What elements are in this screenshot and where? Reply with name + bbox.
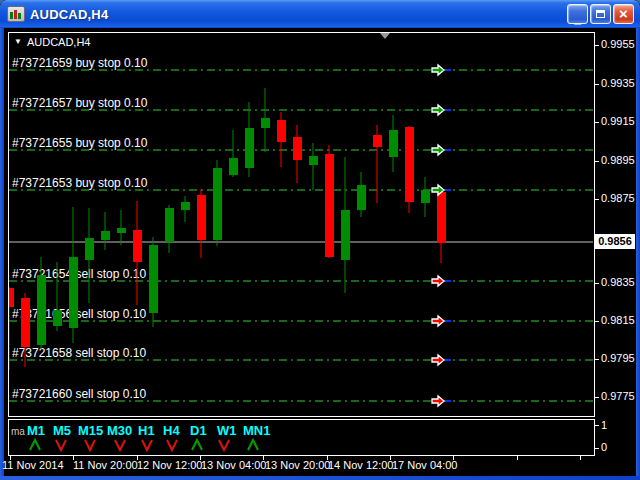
minimize-icon: _: [574, 16, 581, 22]
candle-body: [229, 158, 238, 175]
price-axis-label: 0.9835: [601, 276, 635, 289]
trend-down-icon: [85, 440, 95, 450]
order-marker-buy-icon: [432, 105, 444, 115]
candle-body: [197, 195, 206, 240]
maximize-icon: [596, 10, 605, 18]
time-axis-label: 17 Nov 04:00: [392, 459, 457, 471]
candle-body: [149, 245, 158, 313]
indicator-panel[interactable]: [8, 419, 595, 456]
axis-tick: [10, 456, 11, 460]
candle-body: [373, 135, 382, 147]
candle-body: [133, 230, 142, 262]
minimize-button[interactable]: _: [567, 4, 588, 24]
indicator-arrows: [9, 420, 594, 455]
price-axis-label: 0.9915: [601, 115, 635, 128]
trend-down-icon: [167, 440, 177, 450]
close-icon: ×: [619, 6, 628, 21]
window-border-bottom: [0, 476, 640, 480]
candlestick-chart: [9, 33, 594, 416]
symbol-label-text: AUDCAD,H4: [27, 36, 91, 48]
trend-up-icon: [192, 440, 202, 450]
candle-body: [325, 154, 334, 257]
axis-tick: [595, 397, 599, 398]
order-marker-buy-icon: [432, 65, 444, 75]
candle-body: [261, 118, 270, 128]
axis-tick: [595, 448, 599, 449]
price-axis-label: 0.9795: [601, 352, 635, 365]
order-marker-sell-icon: [432, 396, 444, 406]
window-titlebar[interactable]: AUDCAD,H4 _ ×: [0, 0, 640, 28]
axis-tick: [263, 456, 264, 460]
price-axis-label: 0.9875: [601, 192, 635, 205]
axis-tick: [390, 456, 391, 460]
candle-body: [117, 228, 126, 233]
price-axis-label: 0.9895: [601, 154, 635, 167]
candle-body: [213, 168, 222, 240]
axis-tick: [453, 456, 454, 460]
candle-body: [437, 192, 446, 243]
candle-body: [293, 137, 302, 160]
axis-tick: [580, 456, 581, 460]
indicator-axis-max: 1: [601, 419, 607, 432]
axis-tick: [595, 122, 599, 123]
axis-tick: [595, 84, 599, 85]
candle-body: [69, 257, 78, 328]
chart-icon: [7, 6, 25, 22]
axis-tick: [595, 199, 599, 200]
price-axis-label: 0.9955: [601, 38, 635, 51]
order-marker-sell-icon: [432, 276, 444, 286]
order-marker-buy-icon: [432, 145, 444, 155]
time-axis-label: 11 Nov 2014: [2, 459, 64, 471]
axis-tick: [595, 161, 599, 162]
axis-tick: [595, 283, 599, 284]
axis-tick: [595, 425, 599, 426]
axis-tick: [595, 359, 599, 360]
axis-tick: [200, 456, 201, 460]
order-marker-sell-icon: [432, 355, 444, 365]
time-axis-label: 11 Nov 20:00: [73, 459, 138, 471]
window-border-right: [636, 28, 640, 476]
axis-tick: [137, 456, 138, 460]
axis-tick: [595, 321, 599, 322]
candle-body: [341, 210, 350, 260]
close-button[interactable]: ×: [613, 4, 634, 24]
price-axis-label: 0.9775: [601, 390, 635, 403]
mt4-chart-window: AUDCAD,H4 _ × ▼ AUDCAD,H4 #73721659 buy …: [0, 0, 640, 480]
candle-body: [37, 275, 46, 345]
trend-down-icon: [56, 440, 66, 450]
chart-shift-marker-icon[interactable]: [380, 33, 390, 39]
candle-body: [101, 231, 110, 240]
axis-tick: [327, 456, 328, 460]
time-axis-label: 14 Nov 12:00: [328, 459, 393, 471]
candle-body: [165, 208, 174, 242]
candle-body: [357, 185, 366, 210]
price-axis-label: 0.9935: [601, 77, 635, 90]
candle-body: [389, 130, 398, 157]
price-axis-label: 0.9815: [601, 314, 635, 327]
candle-body: [53, 310, 62, 326]
candle-body: [181, 202, 190, 210]
indicator-axis-min: 0: [601, 441, 607, 454]
chart-symbol-label[interactable]: ▼ AUDCAD,H4: [14, 36, 91, 48]
candle-body: [245, 128, 254, 168]
trend-down-icon: [219, 440, 229, 450]
candle-body: [421, 190, 430, 203]
candle-body: [21, 298, 30, 347]
trend-up-icon: [30, 440, 40, 450]
axis-tick: [595, 45, 599, 46]
indicator-name-label: ma: [11, 426, 25, 437]
window-border-left: [0, 28, 4, 476]
symbol-dropdown-icon: ▼: [14, 37, 22, 47]
chart-plot-area[interactable]: ▼ AUDCAD,H4 #73721659 buy stop 0.10#7372…: [8, 32, 595, 417]
axis-tick: [517, 456, 518, 460]
candle-body: [85, 238, 94, 260]
trend-up-icon: [248, 440, 258, 450]
candle-body: [405, 127, 414, 202]
time-axis-label: 13 Nov 04:00: [201, 459, 266, 471]
axis-tick: [73, 456, 74, 460]
candle-body: [309, 156, 318, 165]
candle-body: [9, 288, 14, 307]
maximize-button[interactable]: [590, 4, 611, 24]
trend-down-icon: [142, 440, 152, 450]
current-price-box: 0.9856: [595, 234, 635, 249]
